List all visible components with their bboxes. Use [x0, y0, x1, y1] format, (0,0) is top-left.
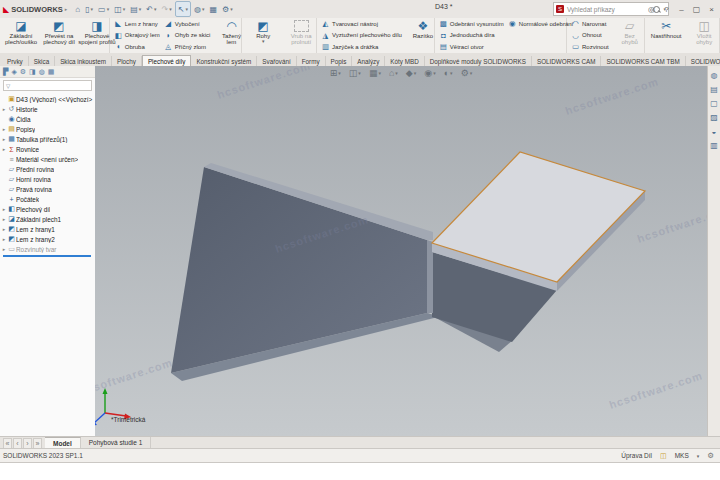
ribbon-tab[interactable]: Svařování [257, 56, 296, 66]
feature-tree-item[interactable]: ▸ ▤ Popisy [1, 124, 95, 134]
feature-tree-item[interactable]: ▸ ◧ Plechový díl [1, 204, 95, 214]
view-toolbar-button[interactable]: ⊞ ▾ [330, 68, 341, 78]
ribbon-tab[interactable]: Doplňkové moduly SOLIDWORKS [425, 56, 532, 66]
ribbon-button[interactable]: ◮ Vyztužení plechového dílu ▾ [319, 30, 404, 42]
ribbon-button[interactable]: ▤ Větrací otvor ▾ [437, 41, 506, 53]
quickbar-button[interactable]: ◫ ▾ [112, 2, 127, 16]
ribbon-button[interactable]: Vrub na prolnutí ▾ [282, 18, 320, 53]
feature-tree-item[interactable]: ▸ ▦ Tabulka přířezů(1) [1, 134, 95, 144]
feature-tree-item[interactable]: ▸ ◉ Čidla [1, 114, 95, 124]
dropdown-caret-icon[interactable]: ▾ [262, 39, 265, 44]
panel-tab-icon[interactable]: ◨ [29, 67, 36, 77]
feature-tree-item[interactable]: ▸ ↺ Historie [1, 104, 95, 114]
quickbar-button[interactable]: ◍ ▾ [192, 2, 207, 16]
quickbar-button[interactable]: ↖ ▾ [175, 1, 191, 17]
dropdown-caret-icon[interactable]: ▾ [169, 6, 172, 12]
ribbon-button[interactable]: ◬ Příčný zlom ▾ [162, 41, 213, 53]
ribbon-button[interactable]: ◘ Jednoduchá díra ▾ [437, 30, 506, 42]
dropdown-caret-icon[interactable]: ▾ [202, 6, 205, 12]
ribbon-tab[interactable]: SOLIDWORKS CAM TBM [601, 56, 685, 66]
ribbon-tab[interactable]: Formy [297, 56, 326, 66]
ribbon-tab[interactable]: Prvky [2, 56, 29, 66]
dropdown-caret-icon[interactable]: ▾ [91, 6, 94, 12]
quickbar-button[interactable]: ⚙ ▾ [220, 2, 235, 16]
ribbon-tab[interactable]: Skica inkoustem [55, 56, 112, 66]
ribbon-tab[interactable]: Konstrukční systém [191, 56, 257, 66]
dropdown-caret-icon[interactable]: ▾ [185, 6, 188, 12]
ribbon-button[interactable]: ◭ Tvarovací nástroj ▾ [319, 18, 404, 30]
panel-tab-icon[interactable]: ⚙ [20, 67, 26, 77]
feature-tree-item[interactable]: ▸ Σ Rovnice [1, 144, 95, 154]
feature-tree-root[interactable]: ▣ D43 (Výchozí) <<Výchozí>_Stav zobra [1, 94, 95, 104]
ribbon-button[interactable]: ◩ Rohy ▾ [244, 18, 282, 53]
search-input[interactable]: Vyhledat příkazy [567, 6, 650, 13]
ribbon-button[interactable]: ◖ Obruba ▾ [112, 41, 162, 53]
ribbon-button[interactable]: ◧ Okrajový lem ▾ [112, 30, 162, 42]
units-label[interactable]: MKS [675, 452, 689, 459]
dropdown-caret-icon[interactable]: ▾ [230, 6, 233, 12]
window-button[interactable]: – [675, 3, 688, 16]
task-pane-tab-icon[interactable]: ◒ [712, 127, 717, 136]
quickbar-button[interactable]: ▯ ▾ [83, 2, 95, 16]
quickbar-button[interactable]: ▤ ▾ [128, 2, 143, 16]
view-toolbar-button[interactable]: ▦ ▾ [369, 68, 381, 78]
task-pane-tab-icon[interactable]: ▥ [710, 141, 718, 150]
ribbon-button[interactable]: ◫ Vložit ohyby ▾ [685, 18, 720, 53]
ribbon-button[interactable]: ◪ Základní plech/ouško ▾ [2, 18, 40, 53]
ribbon-button[interactable]: ◢ Vybočení ▾ [162, 18, 213, 30]
view-toolbar-button[interactable]: ◆ ▾ [406, 68, 416, 78]
feature-tree-item[interactable]: ▸ ▱ Přední rovina [1, 164, 95, 174]
task-pane-tab-icon[interactable]: ◍ [711, 71, 718, 80]
feature-tree-item[interactable]: ▸ ◪ Základní plech1 [1, 214, 95, 224]
ribbon-button[interactable]: ◠ Narovnat ▾ [569, 18, 611, 30]
panel-tab-icon[interactable]: ◍ [39, 67, 45, 77]
ribbon-tab[interactable]: Analýzy [352, 56, 385, 66]
window-button[interactable]: ? [660, 3, 673, 16]
dropdown-caret-icon[interactable]: ▾ [107, 6, 110, 12]
quickbar-button[interactable]: ↷ ▾ [160, 2, 174, 16]
ribbon-button[interactable]: ▭ Rozvinout ▾ [569, 41, 611, 53]
dropdown-caret-icon[interactable]: ▾ [154, 6, 157, 12]
units-caret-icon[interactable]: ▾ [697, 453, 700, 459]
rollback-bar[interactable] [3, 255, 91, 257]
feature-tree-item[interactable]: ▸ ◩ Lem z hrany1 [1, 224, 95, 234]
feature-tree-item[interactable]: ▸ + Počátek [1, 194, 95, 204]
ribbon-tab[interactable]: Plechové díly [142, 55, 191, 66]
quickbar-button[interactable]: ▭ ▾ [96, 2, 111, 16]
ribbon-tab[interactable]: Popis [326, 56, 353, 66]
quickbar-button[interactable]: ⌂ ▾ [73, 2, 82, 16]
ribbon-tab[interactable]: SOLIDWORKS Inspection [686, 56, 720, 66]
ribbon-button[interactable]: ✂ Nastřihnout ▾ [647, 18, 685, 53]
view-toolbar-button[interactable]: ⚙ ▾ [461, 68, 473, 78]
model-3d[interactable] [95, 66, 707, 437]
feature-tree-item[interactable]: ▸ ◩ Lem z hrany2 [1, 234, 95, 244]
view-toolbar-button[interactable]: ◐ ▾ [444, 68, 453, 78]
feature-tree-item[interactable]: ▸ ▭ Rozvinutý tvar [1, 244, 95, 254]
feature-tree-item[interactable]: ▸ ▱ Horní rovina [1, 174, 95, 184]
ribbon-button[interactable]: ◗ Ohyb ze skici ▾ [162, 30, 213, 42]
window-button[interactable]: × [705, 3, 718, 16]
ribbon-button[interactable]: ◉ Normálové odebrání ▾ [506, 18, 575, 30]
quickbar-button[interactable]: ↶ ▾ [144, 2, 158, 16]
view-toolbar-button[interactable]: ◉ ▾ [424, 68, 435, 78]
status-options-icon[interactable]: ⚙ [707, 451, 714, 460]
view-toolbar-button[interactable]: ◫ ▾ [349, 68, 361, 78]
solidworks-logo[interactable]: ◣ SOLIDWORKS ▸ [0, 5, 73, 14]
quickbar-button[interactable]: ▦ ▾ [208, 2, 220, 16]
panel-tab-icon[interactable]: ▦ [48, 67, 55, 77]
ribbon-tab[interactable]: Kóty MBD [385, 56, 424, 66]
feature-tree-item[interactable]: ▸ ▱ Pravá rovina [1, 184, 95, 194]
task-pane-tab-icon[interactable]: ▢ [710, 99, 718, 108]
panel-tab-icon[interactable]: ▛ [3, 67, 8, 77]
ribbon-button[interactable]: ▱ Bez ohybů ▾ [611, 18, 649, 53]
graphics-viewport[interactable]: ⊞ ▾ ◫ ▾ ▦ ▾ ⌂ ▾ ◆ [95, 66, 707, 437]
ribbon-button[interactable]: ▥ Jazýček a drážka ▾ [319, 41, 404, 53]
ribbon-button[interactable]: ◡ Ohnout ▾ [569, 30, 611, 42]
ribbon-button[interactable]: ▩ Odebrání vysunutím ▾ [437, 18, 506, 30]
panel-tab-icon[interactable]: ◈ [11, 67, 16, 77]
ribbon-tab[interactable]: Plochy [112, 56, 142, 66]
ribbon-tab[interactable]: SOLIDWORKS CAM [532, 56, 601, 66]
dropdown-caret-icon[interactable]: ▾ [139, 6, 142, 12]
view-toolbar-button[interactable]: ⌂ ▾ [389, 68, 398, 78]
window-button[interactable]: ◎ [645, 3, 658, 16]
